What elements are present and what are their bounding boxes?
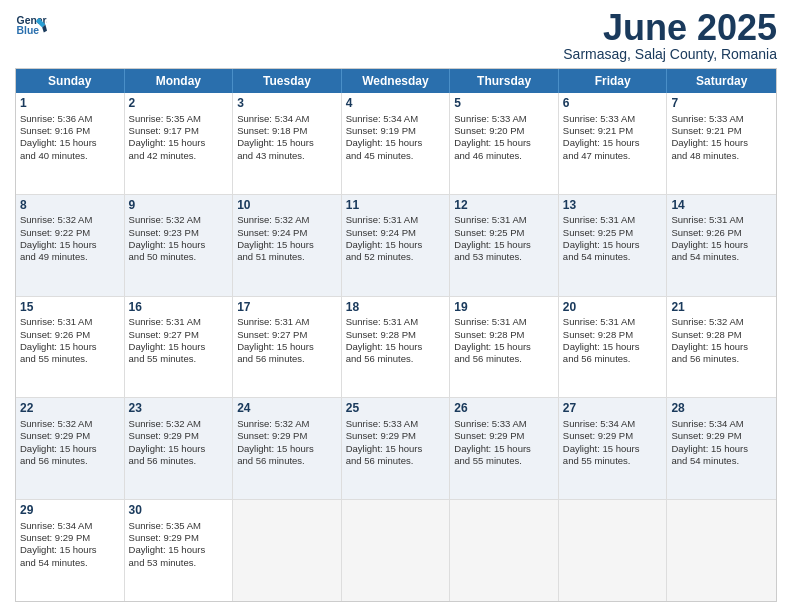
- calendar-cell: 4Sunrise: 5:34 AM Sunset: 9:19 PM Daylig…: [342, 93, 451, 194]
- week-row-4: 22Sunrise: 5:32 AM Sunset: 9:29 PM Dayli…: [16, 398, 776, 500]
- header-sunday: Sunday: [16, 69, 125, 93]
- day-number: 12: [454, 198, 554, 214]
- day-number: 17: [237, 300, 337, 316]
- header: General Blue June 2025 Sarmasag, Salaj C…: [15, 10, 777, 62]
- week-row-1: 1Sunrise: 5:36 AM Sunset: 9:16 PM Daylig…: [16, 93, 776, 195]
- day-info: Sunrise: 5:34 AM Sunset: 9:29 PM Dayligh…: [20, 520, 120, 569]
- day-number: 3: [237, 96, 337, 112]
- day-info: Sunrise: 5:33 AM Sunset: 9:29 PM Dayligh…: [346, 418, 446, 467]
- day-info: Sunrise: 5:33 AM Sunset: 9:21 PM Dayligh…: [671, 113, 772, 162]
- day-info: Sunrise: 5:31 AM Sunset: 9:27 PM Dayligh…: [237, 316, 337, 365]
- day-info: Sunrise: 5:31 AM Sunset: 9:26 PM Dayligh…: [671, 214, 772, 263]
- day-number: 29: [20, 503, 120, 519]
- calendar-cell: 3Sunrise: 5:34 AM Sunset: 9:18 PM Daylig…: [233, 93, 342, 194]
- day-number: 19: [454, 300, 554, 316]
- day-info: Sunrise: 5:36 AM Sunset: 9:16 PM Dayligh…: [20, 113, 120, 162]
- subtitle: Sarmasag, Salaj County, Romania: [563, 46, 777, 62]
- day-number: 8: [20, 198, 120, 214]
- day-number: 11: [346, 198, 446, 214]
- day-info: Sunrise: 5:32 AM Sunset: 9:24 PM Dayligh…: [237, 214, 337, 263]
- day-info: Sunrise: 5:31 AM Sunset: 9:25 PM Dayligh…: [454, 214, 554, 263]
- calendar-cell: 14Sunrise: 5:31 AM Sunset: 9:26 PM Dayli…: [667, 195, 776, 296]
- calendar-cell: [342, 500, 451, 601]
- day-number: 18: [346, 300, 446, 316]
- day-info: Sunrise: 5:31 AM Sunset: 9:28 PM Dayligh…: [346, 316, 446, 365]
- day-info: Sunrise: 5:31 AM Sunset: 9:28 PM Dayligh…: [563, 316, 663, 365]
- day-info: Sunrise: 5:34 AM Sunset: 9:29 PM Dayligh…: [671, 418, 772, 467]
- day-info: Sunrise: 5:35 AM Sunset: 9:29 PM Dayligh…: [129, 520, 229, 569]
- day-info: Sunrise: 5:33 AM Sunset: 9:21 PM Dayligh…: [563, 113, 663, 162]
- calendar-cell: [559, 500, 668, 601]
- calendar-cell: 29Sunrise: 5:34 AM Sunset: 9:29 PM Dayli…: [16, 500, 125, 601]
- calendar-header: Sunday Monday Tuesday Wednesday Thursday…: [16, 69, 776, 93]
- week-row-3: 15Sunrise: 5:31 AM Sunset: 9:26 PM Dayli…: [16, 297, 776, 399]
- calendar-cell: 15Sunrise: 5:31 AM Sunset: 9:26 PM Dayli…: [16, 297, 125, 398]
- logo: General Blue: [15, 10, 47, 42]
- day-info: Sunrise: 5:32 AM Sunset: 9:22 PM Dayligh…: [20, 214, 120, 263]
- day-number: 22: [20, 401, 120, 417]
- calendar-cell: [450, 500, 559, 601]
- day-info: Sunrise: 5:31 AM Sunset: 9:24 PM Dayligh…: [346, 214, 446, 263]
- week-row-5: 29Sunrise: 5:34 AM Sunset: 9:29 PM Dayli…: [16, 500, 776, 601]
- calendar-cell: 2Sunrise: 5:35 AM Sunset: 9:17 PM Daylig…: [125, 93, 234, 194]
- day-info: Sunrise: 5:32 AM Sunset: 9:29 PM Dayligh…: [20, 418, 120, 467]
- day-number: 15: [20, 300, 120, 316]
- header-monday: Monday: [125, 69, 234, 93]
- calendar-cell: 25Sunrise: 5:33 AM Sunset: 9:29 PM Dayli…: [342, 398, 451, 499]
- calendar-cell: 13Sunrise: 5:31 AM Sunset: 9:25 PM Dayli…: [559, 195, 668, 296]
- calendar-cell: 19Sunrise: 5:31 AM Sunset: 9:28 PM Dayli…: [450, 297, 559, 398]
- calendar-cell: 26Sunrise: 5:33 AM Sunset: 9:29 PM Dayli…: [450, 398, 559, 499]
- calendar-cell: 27Sunrise: 5:34 AM Sunset: 9:29 PM Dayli…: [559, 398, 668, 499]
- title-block: June 2025 Sarmasag, Salaj County, Romani…: [563, 10, 777, 62]
- day-number: 7: [671, 96, 772, 112]
- calendar-cell: 9Sunrise: 5:32 AM Sunset: 9:23 PM Daylig…: [125, 195, 234, 296]
- calendar-cell: [233, 500, 342, 601]
- day-number: 9: [129, 198, 229, 214]
- calendar-cell: 23Sunrise: 5:32 AM Sunset: 9:29 PM Dayli…: [125, 398, 234, 499]
- header-thursday: Thursday: [450, 69, 559, 93]
- day-number: 4: [346, 96, 446, 112]
- day-info: Sunrise: 5:31 AM Sunset: 9:28 PM Dayligh…: [454, 316, 554, 365]
- day-number: 2: [129, 96, 229, 112]
- calendar-cell: 20Sunrise: 5:31 AM Sunset: 9:28 PM Dayli…: [559, 297, 668, 398]
- day-info: Sunrise: 5:33 AM Sunset: 9:29 PM Dayligh…: [454, 418, 554, 467]
- day-number: 24: [237, 401, 337, 417]
- day-info: Sunrise: 5:35 AM Sunset: 9:17 PM Dayligh…: [129, 113, 229, 162]
- svg-text:Blue: Blue: [17, 25, 40, 36]
- day-info: Sunrise: 5:32 AM Sunset: 9:29 PM Dayligh…: [237, 418, 337, 467]
- day-number: 6: [563, 96, 663, 112]
- day-number: 16: [129, 300, 229, 316]
- day-number: 27: [563, 401, 663, 417]
- day-number: 25: [346, 401, 446, 417]
- day-info: Sunrise: 5:31 AM Sunset: 9:26 PM Dayligh…: [20, 316, 120, 365]
- month-title: June 2025: [563, 10, 777, 46]
- calendar-cell: 18Sunrise: 5:31 AM Sunset: 9:28 PM Dayli…: [342, 297, 451, 398]
- calendar-cell: 21Sunrise: 5:32 AM Sunset: 9:28 PM Dayli…: [667, 297, 776, 398]
- calendar-cell: 24Sunrise: 5:32 AM Sunset: 9:29 PM Dayli…: [233, 398, 342, 499]
- logo-icon: General Blue: [15, 10, 47, 42]
- calendar-cell: 17Sunrise: 5:31 AM Sunset: 9:27 PM Dayli…: [233, 297, 342, 398]
- day-info: Sunrise: 5:32 AM Sunset: 9:29 PM Dayligh…: [129, 418, 229, 467]
- header-friday: Friday: [559, 69, 668, 93]
- day-info: Sunrise: 5:34 AM Sunset: 9:19 PM Dayligh…: [346, 113, 446, 162]
- day-info: Sunrise: 5:34 AM Sunset: 9:18 PM Dayligh…: [237, 113, 337, 162]
- calendar-cell: 22Sunrise: 5:32 AM Sunset: 9:29 PM Dayli…: [16, 398, 125, 499]
- calendar-cell: 5Sunrise: 5:33 AM Sunset: 9:20 PM Daylig…: [450, 93, 559, 194]
- header-tuesday: Tuesday: [233, 69, 342, 93]
- calendar-cell: 11Sunrise: 5:31 AM Sunset: 9:24 PM Dayli…: [342, 195, 451, 296]
- calendar-cell: 30Sunrise: 5:35 AM Sunset: 9:29 PM Dayli…: [125, 500, 234, 601]
- day-info: Sunrise: 5:31 AM Sunset: 9:25 PM Dayligh…: [563, 214, 663, 263]
- day-number: 20: [563, 300, 663, 316]
- calendar-cell: 10Sunrise: 5:32 AM Sunset: 9:24 PM Dayli…: [233, 195, 342, 296]
- day-info: Sunrise: 5:33 AM Sunset: 9:20 PM Dayligh…: [454, 113, 554, 162]
- day-number: 10: [237, 198, 337, 214]
- day-info: Sunrise: 5:32 AM Sunset: 9:28 PM Dayligh…: [671, 316, 772, 365]
- calendar-cell: 8Sunrise: 5:32 AM Sunset: 9:22 PM Daylig…: [16, 195, 125, 296]
- day-info: Sunrise: 5:32 AM Sunset: 9:23 PM Dayligh…: [129, 214, 229, 263]
- calendar-body: 1Sunrise: 5:36 AM Sunset: 9:16 PM Daylig…: [16, 93, 776, 601]
- calendar: Sunday Monday Tuesday Wednesday Thursday…: [15, 68, 777, 602]
- calendar-cell: 28Sunrise: 5:34 AM Sunset: 9:29 PM Dayli…: [667, 398, 776, 499]
- day-number: 23: [129, 401, 229, 417]
- calendar-cell: 1Sunrise: 5:36 AM Sunset: 9:16 PM Daylig…: [16, 93, 125, 194]
- day-number: 26: [454, 401, 554, 417]
